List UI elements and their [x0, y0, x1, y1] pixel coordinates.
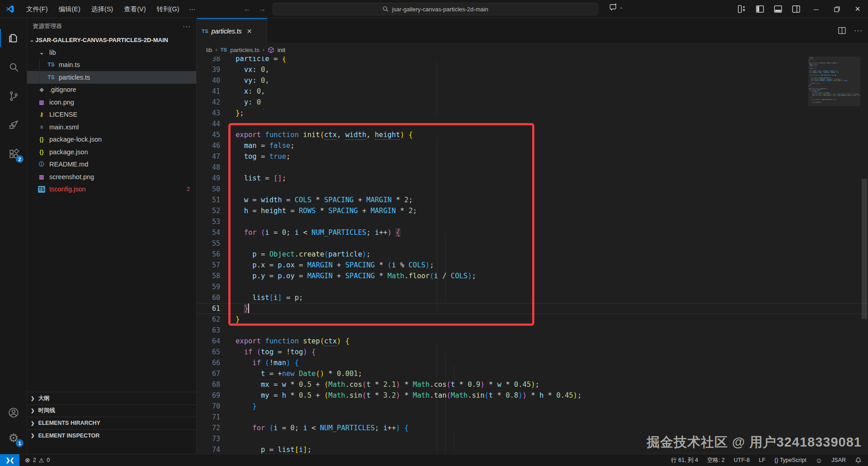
line-number: 59 — [197, 281, 220, 292]
extensions-badge: 2 — [16, 155, 24, 163]
tree-item-package-json[interactable]: {}package.json — [27, 146, 196, 158]
line-number: 45 — [197, 129, 220, 140]
tree-item-tsconfig-json[interactable]: TStsconfig.json2 — [27, 183, 196, 196]
status-eol[interactable]: LF — [759, 457, 765, 463]
explorer-title: 资源管理器 — [33, 22, 183, 30]
split-editor-icon[interactable] — [838, 27, 846, 34]
status-cursor-position[interactable]: 行 61, 列 4 — [671, 456, 698, 464]
menu-item[interactable]: 查看(V) — [118, 3, 151, 15]
code-line-71: 71 — [197, 412, 868, 423]
annotation-red-box — [228, 123, 534, 326]
notifications-bell-icon[interactable] — [855, 457, 862, 464]
panel-header-elements-hirarchy[interactable]: ❯ELEMENTS HIRARCHY — [27, 417, 197, 429]
command-center[interactable]: jsar-gallery-canvas-particles-2d-main — [273, 3, 598, 15]
tree-item-readme-md[interactable]: ⓘREADME.md — [27, 158, 196, 171]
breadcrumb-file[interactable]: particles.ts — [230, 47, 259, 53]
tree-item-main-xsml[interactable]: ≡main.xsml — [27, 121, 196, 133]
menu-more[interactable]: ··· — [184, 3, 200, 15]
line-number: 71 — [197, 412, 220, 423]
explorer-more-actions[interactable]: ··· — [183, 22, 191, 30]
tree-item-main-ts[interactable]: TSmain.ts — [27, 59, 196, 71]
line-content: p = list[i]; — [236, 444, 311, 454]
typescript-file-icon: TS — [47, 74, 56, 81]
line-content: y: 0 — [236, 97, 261, 108]
line-number: 64 — [197, 336, 220, 347]
line-number: 63 — [197, 325, 220, 336]
line-number: 56 — [197, 249, 220, 260]
restore-button[interactable] — [826, 0, 847, 18]
tree-item--gitignore[interactable]: ◆.gitignore — [27, 84, 196, 96]
toggle-sidebar-icon[interactable] — [756, 5, 764, 13]
minimize-button[interactable]: ─ — [806, 0, 826, 18]
code-line-69: 69 my = h * 0.5 + (Math.sin(t * 3.2) * M… — [197, 390, 868, 401]
tree-item-license[interactable]: ⚷LICENSE — [27, 109, 196, 121]
panel-header-大纲[interactable]: ❯大纲 — [27, 392, 197, 404]
tab-strip: TS particles.ts ✕ ··· — [197, 18, 868, 43]
editor-more-actions[interactable]: ··· — [854, 27, 863, 35]
breadcrumb-symbol[interactable]: init — [278, 47, 285, 53]
search-view-icon[interactable] — [0, 55, 27, 79]
copilot-button[interactable]: ⌄ — [609, 3, 623, 11]
settings-gear-icon[interactable]: ⚙ 1 — [0, 426, 27, 450]
tab-label: particles.ts — [212, 28, 242, 35]
settings-badge: 1 — [16, 439, 24, 447]
panel-header-label: 时间线 — [38, 407, 55, 414]
extensions-icon[interactable]: 2 — [0, 142, 27, 166]
tree-item-particles-ts[interactable]: TSparticles.ts — [27, 71, 196, 84]
tab-close-icon[interactable]: ✕ — [247, 28, 252, 35]
breadcrumb-folder[interactable]: lib — [206, 47, 212, 53]
tree-item-package-lock-json[interactable]: {}package-lock.json — [27, 133, 196, 146]
close-window-button[interactable]: ✕ — [847, 0, 868, 18]
status-language-mode[interactable]: {} TypeScript — [774, 457, 807, 463]
line-number: 57 — [197, 260, 220, 271]
menu-item[interactable]: 文件(F) — [21, 3, 53, 15]
line-content: t = +new Date() * 0.001; — [236, 368, 362, 379]
tree-item-screenshot-png[interactable]: ▨screenshot.png — [27, 171, 196, 183]
explorer-sidebar: 资源管理器 ··· ⌄ JSAR-GALLERY-CANVAS-PARTICLE… — [27, 18, 197, 454]
json-file-icon: {} — [37, 136, 46, 143]
line-number: 47 — [197, 151, 220, 162]
menu-item[interactable]: 编辑(E) — [53, 3, 86, 15]
line-number: 50 — [197, 184, 220, 195]
line-number: 69 — [197, 390, 220, 401]
typescript-file-icon: TS — [221, 47, 227, 52]
problems-indicator[interactable]: ⊗ 2 ⚠ 0 — [25, 456, 50, 464]
project-root-row[interactable]: ⌄ JSAR-GALLERY-CANVAS-PARTICLES-2D-MAIN — [27, 34, 196, 46]
image-file-icon: ▨ — [37, 174, 46, 180]
status-encoding[interactable]: UTF-8 — [734, 457, 750, 463]
chevron-right-icon: ❯ — [31, 433, 34, 438]
toggle-panel-icon[interactable] — [774, 5, 782, 13]
status-jsar-extension[interactable]: JSAR — [831, 457, 846, 463]
feedback-smiley-icon[interactable]: ☺ — [816, 456, 822, 464]
tree-item-label: README.md — [49, 161, 88, 168]
explorer-icon[interactable] — [0, 26, 27, 50]
line-number: 58 — [197, 271, 220, 281]
line-number: 73 — [197, 433, 220, 444]
tree-item-lib[interactable]: ⌄lib — [27, 46, 196, 59]
menu-item[interactable]: 转到(G) — [151, 3, 185, 15]
source-control-icon[interactable] — [0, 84, 27, 108]
line-number: 60 — [197, 292, 220, 303]
account-icon[interactable] — [0, 401, 27, 424]
tree-item-icon-png[interactable]: ▨icon.png — [27, 96, 196, 109]
menu-item[interactable]: 选择(S) — [86, 3, 118, 15]
panel-header-时间线[interactable]: ❯时间线 — [27, 404, 197, 417]
line-number: 43 — [197, 108, 220, 119]
customize-layout-icon[interactable] — [738, 5, 746, 13]
code-editor[interactable]: 38particle = {39 vx: 0,40 vy: 0,41 x: 0,… — [197, 57, 868, 454]
vertical-scrollbar[interactable] — [862, 179, 867, 319]
line-number: 74 — [197, 444, 220, 454]
status-indentation[interactable]: 空格: 2 — [707, 456, 725, 464]
nav-forward-icon[interactable]: → — [258, 5, 266, 14]
chevron-right-icon: › — [216, 47, 217, 53]
remote-indicator[interactable]: ❯❮ — [0, 454, 19, 466]
run-debug-icon[interactable] — [0, 113, 27, 137]
title-bar: 文件(F)编辑(E)选择(S)查看(V)转到(G) ··· ← → jsar-g… — [0, 0, 868, 18]
tab-particles-ts[interactable]: TS particles.ts ✕ — [197, 18, 267, 43]
nav-back-icon[interactable]: ← — [243, 5, 251, 14]
panel-header-element-inspector[interactable]: ❯ELEMENT INSPECTOR — [27, 429, 197, 442]
code-line-68: 68 mx = w * 0.5 + (Math.cos(t * 2.1) * M… — [197, 379, 868, 390]
image-file-icon: ▨ — [37, 99, 46, 105]
toggle-secondary-sidebar-icon[interactable] — [792, 5, 800, 13]
minimap-slider[interactable] — [808, 57, 860, 106]
